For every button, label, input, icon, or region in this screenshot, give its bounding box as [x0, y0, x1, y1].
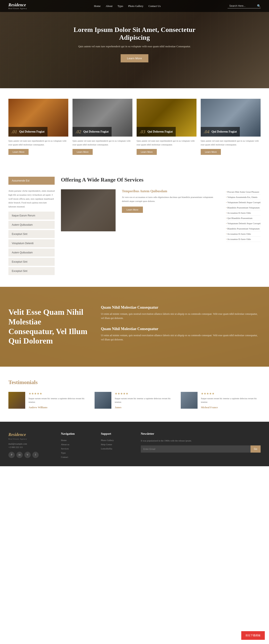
- service-list-item-9: Accusamus Et Iusto Odio: [226, 236, 260, 242]
- card-3-title: Qui Dolorem Fugiat: [148, 130, 173, 134]
- banner-left: Velit Esse Quam Nihil Molestiae Consequa…: [8, 308, 88, 346]
- hero-section: Lorem Ipsum Dolor Sit Amet, Consectetur …: [0, 0, 269, 88]
- testimonial-2-stars: ★★★★★: [201, 392, 260, 396]
- hero-subtitle: Quis autem vel eum iure reprehenderit qu…: [63, 44, 206, 49]
- services-section-title: Offering A Wide Range Of Services: [61, 177, 260, 183]
- card-4-title: Qui Dolorem Fugiat: [212, 130, 237, 134]
- testimonial-1-content: ★★★★★ Itaque earum rerum hic tenetur a s…: [115, 392, 174, 409]
- footer-social-p[interactable]: P: [8, 452, 15, 458]
- service-list-item-5: Qui Blanditiis Praesentium: [226, 216, 260, 221]
- service-main-content: Temporibus Autem Quibusdam At vero eos e…: [61, 189, 260, 242]
- footer-support-gallery[interactable]: Photo Gallery: [101, 439, 134, 442]
- service-list: Procure Him Some Great Pleasure Voluptas…: [226, 189, 260, 242]
- service-list-item-0: Procure Him Some Great Pleasure: [226, 189, 260, 194]
- testimonial-0: ★★★★★ Itaque earum rerum hic tenetur a s…: [8, 392, 88, 409]
- testimonial-0-name: Andrew Williams: [28, 406, 48, 409]
- service-tab-2[interactable]: Autem Quibusdam: [8, 221, 55, 229]
- testimonial-1-stars: ★★★★★: [115, 392, 174, 396]
- testimonial-2-text: Itaque earum rerum hic tenetur a sapient…: [201, 397, 260, 404]
- card-4-button[interactable]: Learn More: [201, 149, 221, 155]
- footer-grid: Residence Real Estate Agency mail@exampl…: [8, 432, 260, 460]
- card-3-desc: Quis autem vel eum iure reprehenderit qu…: [136, 139, 196, 146]
- service-image-overlay: [61, 189, 116, 231]
- footer-nav-home[interactable]: Home: [61, 439, 94, 442]
- testimonial-0-avatar: [8, 392, 25, 409]
- service-tab-6[interactable]: Excepturi Sint: [8, 258, 55, 266]
- footer-nav-contact[interactable]: Contact: [61, 456, 94, 458]
- main-nav: Home About Typo Photo Gallery Contact Us: [94, 4, 161, 8]
- card-2-label: .02 Qui Dolorem Fugiat: [72, 127, 112, 136]
- footer-nav-services[interactable]: Services: [61, 447, 94, 450]
- footer-social-v[interactable]: V: [24, 452, 31, 458]
- footer-support-help[interactable]: Help Center: [101, 443, 134, 446]
- service-tab-0[interactable]: Assumende Est: [8, 177, 55, 185]
- footer-nav-title: Navigation: [61, 432, 94, 436]
- service-list-item-2: Voluptatum Deleniti Atque Corrupti: [226, 200, 260, 205]
- testimonial-1: ★★★★★ Itaque earum rerum hic tenetur a s…: [94, 392, 174, 409]
- service-image: [61, 189, 116, 231]
- card-3-number: .03: [140, 129, 146, 134]
- card-1: .01 Qui Dolorem Fugiat Quis autem vel eu…: [8, 99, 68, 156]
- newsletter-email-input[interactable]: [141, 446, 250, 452]
- card-4: .04 Qui Dolorem Fugiat Quis autem vel eu…: [201, 99, 260, 156]
- service-learn-more-button[interactable]: Learn More: [122, 206, 143, 213]
- banner-card-1-desc: Ut enim ad minim veniam, quis nostrud ex…: [101, 333, 260, 342]
- card-3-image: .03 Qui Dolorem Fugiat: [136, 99, 196, 136]
- footer-nav-about[interactable]: About us: [61, 443, 94, 446]
- service-list-item-1: Voluptas Assumenda Est, Omnis: [226, 194, 260, 200]
- site-header: Residence Real Estate Agency Home About …: [0, 0, 269, 12]
- footer-support-title: Support: [101, 432, 134, 436]
- nav-gallery[interactable]: Photo Gallery: [128, 4, 144, 8]
- banner-card-1: Quam Nihil Molestiae Consequatur Ut enim…: [101, 327, 260, 342]
- footer-newsletter-desc: It was popularized in the 1960s with the…: [141, 439, 260, 443]
- testimonial-0-stars: ★★★★★: [28, 392, 88, 396]
- card-2-desc: Quis autem vel eum iure reprehenderit qu…: [72, 139, 132, 146]
- testimonial-0-content: ★★★★★ Itaque earum rerum hic tenetur a s…: [28, 392, 88, 409]
- testimonial-1-text: Itaque earum rerum hic tenetur a sapient…: [115, 397, 174, 404]
- card-2-button[interactable]: Learn More: [72, 149, 93, 155]
- footer-support-lemo[interactable]: Lemollisfila: [101, 447, 134, 450]
- card-1-image-inner: .01 Qui Dolorem Fugiat: [8, 99, 68, 136]
- card-1-image: .01 Qui Dolorem Fugiat: [8, 99, 68, 136]
- footer-nav-typo[interactable]: Typo: [61, 452, 94, 454]
- testimonial-1-avatar: [94, 392, 112, 409]
- services-content: Offering A Wide Range Of Services Tempor…: [61, 177, 260, 276]
- hero-cta-button[interactable]: Learn More: [121, 54, 148, 62]
- logo: Residence Real Estate Agency: [8, 2, 27, 10]
- testimonial-2: ★★★★★ Itaque earum rerum hic tenetur a s…: [181, 392, 260, 409]
- footer-social-facebook[interactable]: f: [32, 452, 39, 458]
- search-box: 🔍: [228, 4, 260, 8]
- card-3-button[interactable]: Learn More: [136, 149, 157, 155]
- footer-email: mail@example.com: [8, 442, 55, 445]
- service-tab-5[interactable]: Autem Quibusdam: [8, 248, 55, 256]
- card-1-button[interactable]: Learn More: [8, 149, 28, 155]
- nav-typo[interactable]: Typo: [118, 4, 123, 8]
- card-1-number: .01: [11, 129, 17, 134]
- service-tab-1[interactable]: Itaque Earum Rerum: [8, 212, 55, 220]
- services-section: Assumende Est Anim pariatur cliche repre…: [0, 166, 269, 286]
- nav-contact[interactable]: Contact Us: [148, 4, 160, 8]
- logo-title: Residence: [8, 2, 27, 7]
- search-button[interactable]: 🔍: [257, 4, 260, 8]
- footer-social-linkedin[interactable]: in: [16, 452, 23, 458]
- service-tab-3[interactable]: Excepturi Sint: [8, 230, 55, 238]
- service-tab-7[interactable]: Excepturi Sint: [8, 267, 55, 275]
- testimonial-1-name: James: [115, 406, 122, 409]
- banner-card-1-title: Quam Nihil Molestiae Consequatur: [101, 327, 260, 331]
- newsletter-submit-button[interactable]: Go: [250, 446, 260, 452]
- nav-about[interactable]: About: [106, 4, 113, 8]
- banner-title: Velit Esse Quam Nihil Molestiae Consequa…: [8, 308, 88, 346]
- card-3-label: .03 Qui Dolorem Fugiat: [136, 127, 176, 136]
- cards-grid: .01 Qui Dolorem Fugiat Quis autem vel eu…: [8, 99, 260, 156]
- site-footer: Residence Real Estate Agency mail@exampl…: [0, 422, 269, 466]
- service-tab-4[interactable]: Voluptatum Deleniti: [8, 239, 55, 247]
- card-1-title: Qui Dolorem Fugiat: [19, 130, 44, 134]
- nav-home[interactable]: Home: [94, 4, 101, 8]
- card-1-label: .01 Qui Dolorem Fugiat: [8, 127, 48, 136]
- service-list-item-3: Blanditiis Praesentium Voluptatum: [226, 205, 260, 210]
- search-input[interactable]: [228, 4, 257, 8]
- service-list-item-7: Blanditiis Praesentium Voluptatum: [226, 226, 260, 231]
- footer-phone: +2 000 222 111: [8, 446, 55, 448]
- card-4-image-inner: .04 Qui Dolorem Fugiat: [201, 99, 260, 136]
- banner-card-0-title: Quam Nihil Molestiae Consequatur: [101, 305, 260, 310]
